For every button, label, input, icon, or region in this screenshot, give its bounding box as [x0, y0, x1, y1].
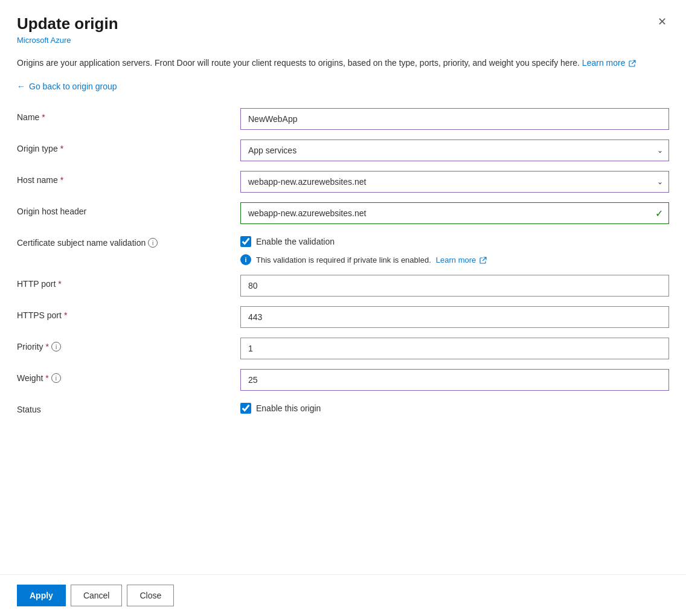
host-name-control: webapp-new.azurewebsites.net ⌄	[240, 171, 669, 193]
http-port-required: *	[58, 279, 61, 289]
form-body: Name * Origin type * App services Storag…	[0, 97, 686, 574]
origin-type-control: App services Storage Cloud service Custo…	[240, 140, 669, 161]
priority-control	[240, 338, 669, 359]
certificate-validation-checkbox[interactable]	[240, 236, 251, 247]
origin-host-header-label: Origin host header	[17, 202, 240, 216]
weight-row: Weight * i	[17, 364, 669, 396]
host-name-select[interactable]: webapp-new.azurewebsites.net	[240, 171, 669, 193]
http-port-control	[240, 275, 669, 297]
origin-type-select[interactable]: App services Storage Cloud service Custo…	[240, 140, 669, 161]
apply-button[interactable]: Apply	[17, 585, 66, 606]
panel-title: Update origin	[17, 14, 669, 33]
certificate-validation-info-icon[interactable]: i	[148, 238, 158, 248]
name-control	[240, 108, 669, 130]
origin-type-label: Origin type *	[17, 140, 240, 153]
http-port-input[interactable]	[240, 275, 669, 297]
http-port-label: HTTP port *	[17, 275, 240, 289]
panel-subtitle: Microsoft Azure	[17, 36, 669, 45]
external-link-icon	[629, 60, 636, 67]
origin-type-select-wrapper: App services Storage Cloud service Custo…	[240, 140, 669, 161]
priority-required: *	[46, 342, 49, 351]
cert-external-link-icon	[479, 257, 487, 264]
status-label: Status	[17, 400, 240, 414]
https-port-label: HTTPS port *	[17, 306, 240, 320]
certificate-validation-row: Certificate subject name validation i En…	[17, 229, 669, 270]
close-button[interactable]: Close	[127, 585, 174, 606]
name-label: Name *	[17, 108, 240, 122]
https-port-required: *	[64, 310, 67, 320]
host-name-select-wrapper: webapp-new.azurewebsites.net ⌄	[240, 171, 669, 193]
name-input[interactable]	[240, 108, 669, 130]
name-required: *	[42, 112, 45, 122]
certificate-validation-checkbox-row: Enable the validation	[240, 234, 669, 249]
footer: Apply Cancel Close	[0, 574, 686, 616]
status-row: Status Enable this origin	[17, 396, 669, 427]
origin-host-header-input[interactable]	[240, 202, 669, 224]
weight-info-icon[interactable]: i	[51, 373, 61, 383]
https-port-row: HTTPS port *	[17, 301, 669, 333]
priority-info-icon[interactable]: i	[51, 342, 61, 351]
update-origin-panel: Update origin Microsoft Azure ✕ Origins …	[0, 0, 686, 616]
https-port-control	[240, 306, 669, 328]
origin-host-header-control: ✓	[240, 202, 669, 224]
go-back-label: Go back to origin group	[29, 82, 117, 91]
description-text: Origins are your application servers. Fr…	[0, 45, 686, 69]
origin-host-header-wrapper: ✓	[240, 202, 669, 224]
host-name-required: *	[60, 175, 63, 185]
status-checkbox-row: Enable this origin	[240, 400, 669, 416]
https-port-input[interactable]	[240, 306, 669, 328]
certificate-validation-checkbox-label[interactable]: Enable the validation	[256, 237, 335, 246]
weight-label: Weight * i	[17, 369, 240, 383]
learn-more-link[interactable]: Learn more	[582, 58, 636, 68]
weight-control	[240, 369, 669, 391]
cancel-button[interactable]: Cancel	[71, 585, 123, 606]
name-row: Name *	[17, 103, 669, 135]
certificate-validation-top: Certificate subject name validation i En…	[17, 234, 669, 249]
certificate-validation-info-banner-wrapper: i This validation is required if private…	[17, 249, 669, 265]
weight-input[interactable]	[240, 369, 669, 391]
go-back-section: ← Go back to origin group	[0, 69, 686, 97]
status-checkbox[interactable]	[240, 403, 251, 414]
priority-input[interactable]	[240, 338, 669, 359]
origin-type-row: Origin type * App services Storage Cloud…	[17, 135, 669, 166]
certificate-validation-info-banner: i This validation is required if private…	[240, 254, 669, 265]
go-back-link[interactable]: ← Go back to origin group	[17, 82, 117, 91]
close-panel-button[interactable]: ✕	[652, 12, 672, 31]
certificate-validation-label: Certificate subject name validation i	[17, 234, 240, 248]
status-checkbox-label[interactable]: Enable this origin	[256, 403, 321, 413]
checkmark-icon: ✓	[655, 208, 663, 219]
host-name-label: Host name *	[17, 171, 240, 185]
certificate-validation-learn-more-link[interactable]: Learn more	[436, 255, 487, 265]
back-arrow: ←	[17, 82, 25, 91]
origin-type-required: *	[60, 144, 63, 153]
priority-row: Priority * i	[17, 333, 669, 364]
origin-host-header-row: Origin host header ✓	[17, 197, 669, 229]
host-name-row: Host name * webapp-new.azurewebsites.net…	[17, 166, 669, 197]
panel-header: Update origin Microsoft Azure ✕	[0, 0, 686, 45]
http-port-row: HTTP port *	[17, 270, 669, 301]
status-control: Enable this origin	[240, 400, 669, 416]
certificate-validation-control: Enable the validation	[240, 234, 669, 249]
weight-required: *	[45, 373, 48, 383]
info-circle-icon: i	[240, 254, 251, 265]
priority-label: Priority * i	[17, 338, 240, 351]
